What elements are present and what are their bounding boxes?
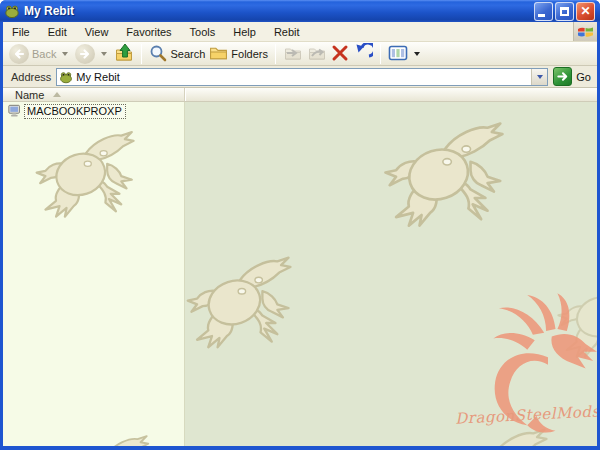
go-button[interactable]	[553, 67, 572, 86]
menu-edit[interactable]: Edit	[39, 26, 76, 38]
frog-app-icon	[4, 3, 20, 19]
views-button[interactable]	[386, 42, 425, 66]
file-list-area[interactable]: DragonSteelMods MACBOOKPROXP	[3, 102, 597, 446]
content-area: Name DragonSteelMods	[3, 88, 597, 446]
toolbar-separator	[141, 44, 142, 64]
explorer-window: My Rebit ✕ File Edit View Favorites Tool…	[0, 0, 600, 450]
back-arrow-icon	[9, 44, 29, 64]
close-button[interactable]: ✕	[576, 2, 595, 21]
folders-button[interactable]: Folders	[207, 42, 270, 65]
frog-watermark	[184, 250, 296, 353]
move-to-button[interactable]	[281, 42, 305, 66]
menu-tools[interactable]: Tools	[181, 26, 225, 38]
menu-file[interactable]: File	[3, 26, 39, 38]
frog-watermark	[33, 125, 139, 222]
file-item-label: MACBOOKPROXP	[24, 104, 126, 119]
undo-arrow-icon	[353, 43, 373, 64]
forward-button[interactable]	[73, 43, 112, 65]
forward-arrow-icon	[75, 44, 95, 64]
column-header-row: Name	[3, 88, 597, 102]
file-item-macbookproxp[interactable]: MACBOOKPROXP	[8, 103, 126, 119]
frog-watermark	[61, 430, 153, 446]
computer-icon	[8, 104, 22, 118]
folders-icon	[209, 43, 228, 64]
up-folder-icon	[114, 43, 134, 65]
address-label: Address	[7, 71, 51, 83]
copy-to-button[interactable]	[305, 42, 329, 66]
address-value: My Rebit	[76, 71, 119, 83]
address-bar: Address My Rebit Go	[3, 66, 597, 88]
menu-rebit[interactable]: Rebit	[265, 26, 309, 38]
undo-button[interactable]	[351, 42, 375, 65]
delete-x-icon	[331, 44, 349, 64]
sort-ascending-icon	[53, 92, 61, 97]
address-input[interactable]: My Rebit	[56, 68, 548, 86]
frog-watermark	[381, 115, 509, 232]
window-controls: ✕	[534, 2, 595, 21]
back-button[interactable]: Back	[7, 43, 73, 65]
close-icon: ✕	[577, 3, 594, 20]
search-button[interactable]: Search	[147, 43, 207, 65]
views-dropdown-icon	[414, 52, 420, 56]
chevron-down-icon	[537, 75, 543, 79]
title-bar[interactable]: My Rebit ✕	[0, 0, 600, 22]
window-title: My Rebit	[24, 4, 74, 18]
views-icon	[388, 43, 408, 65]
toolbar-separator	[275, 44, 276, 64]
maximize-button[interactable]	[555, 2, 574, 21]
window-body: File Edit View Favorites Tools Help Rebi…	[3, 22, 597, 446]
up-button[interactable]	[112, 42, 136, 66]
menu-favorites[interactable]: Favorites	[117, 26, 180, 38]
column-header-name[interactable]: Name	[3, 88, 185, 101]
menu-bar: File Edit View Favorites Tools Help Rebi…	[3, 22, 597, 42]
go-arrow-icon	[556, 70, 569, 83]
forward-dropdown-icon	[101, 52, 107, 56]
toolbar: Back	[3, 42, 597, 66]
move-to-folder-icon	[283, 43, 303, 65]
address-dropdown-button[interactable]	[531, 69, 547, 85]
menu-view[interactable]: View	[76, 26, 118, 38]
maximize-icon	[560, 7, 569, 16]
menu-help[interactable]: Help	[224, 26, 265, 38]
minimize-button[interactable]	[534, 2, 553, 21]
windows-logo-icon	[573, 22, 597, 41]
minimize-icon	[538, 14, 545, 17]
back-dropdown-icon	[62, 52, 68, 56]
frog-icon	[59, 70, 73, 84]
copy-to-folder-icon	[307, 43, 327, 65]
search-icon	[149, 44, 167, 64]
go-label: Go	[576, 71, 591, 83]
toolbar-separator	[380, 44, 381, 64]
delete-button[interactable]	[329, 43, 351, 65]
